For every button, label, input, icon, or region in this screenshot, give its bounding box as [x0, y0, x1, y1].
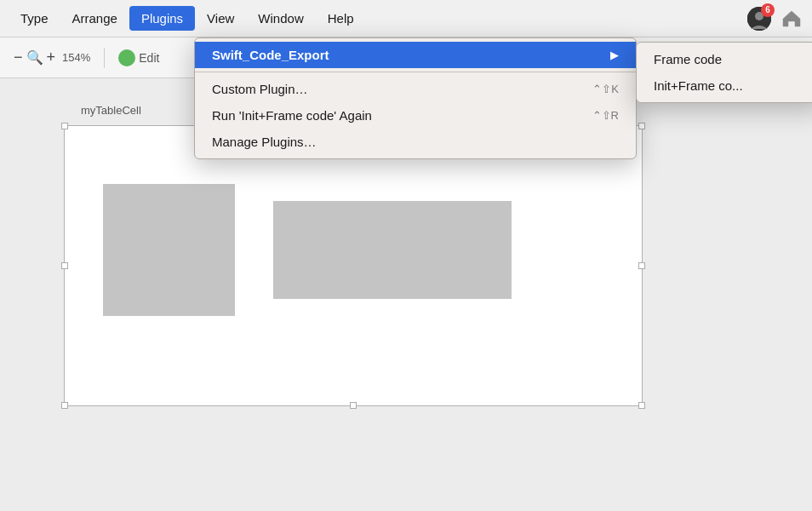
layer-label: myTableCell [81, 104, 141, 117]
menu-bar: Type Arrange Plugins View Window Help 6 [0, 0, 812, 37]
swift-label: Swift_Code_Export [212, 48, 329, 62]
inner-rect-left [103, 184, 235, 316]
custom-plugin-label: Custom Plugin… [212, 82, 308, 96]
menu-type[interactable]: Type [9, 6, 60, 31]
menu-item-swift[interactable]: Swift_Code_Export ▶ Frame code Init+Fram… [195, 42, 636, 68]
zoom-plus-button[interactable]: + [47, 49, 56, 66]
menubar-right: 6 [747, 7, 803, 31]
submenu-frame-code[interactable]: Frame code [637, 46, 812, 72]
inner-rect-right [273, 201, 512, 299]
home-icon[interactable] [780, 7, 803, 31]
toolbar-divider [104, 48, 105, 68]
avatar[interactable]: 6 [747, 7, 771, 31]
menu-arrange[interactable]: Arrange [60, 6, 129, 31]
menu-help[interactable]: Help [316, 6, 366, 31]
swift-submenu: Frame code Init+Frame co... [636, 42, 812, 103]
menu-item-run-again[interactable]: Run 'Init+Frame code' Again ⌃⇧R [195, 102, 636, 129]
handle-bottom-middle [350, 402, 357, 409]
submenu-init-frame[interactable]: Init+Frame co... [637, 72, 812, 99]
menu-item-manage-plugins[interactable]: Manage Plugins… [195, 129, 636, 155]
menu-window[interactable]: Window [246, 6, 315, 31]
handle-bottom-left [61, 402, 68, 409]
artboard[interactable] [64, 125, 643, 406]
notification-badge: 6 [761, 3, 775, 17]
handle-middle-left [61, 262, 68, 269]
custom-plugin-shortcut: ⌃⇧K [592, 83, 619, 95]
zoom-controls: − 🔍 + [14, 49, 55, 66]
zoom-minus-button[interactable]: − [14, 49, 23, 66]
edit-label[interactable]: Edit [139, 51, 159, 65]
shape-icon [118, 49, 135, 66]
menu-item-custom-plugin[interactable]: Custom Plugin… ⌃⇧K [195, 76, 636, 102]
plugins-dropdown: Swift_Code_Export ▶ Frame code Init+Fram… [194, 37, 637, 159]
menu-plugins[interactable]: Plugins [129, 6, 195, 31]
handle-top-right [638, 123, 645, 129]
handle-top-left [61, 123, 68, 129]
zoom-icon: 🔍 [26, 49, 43, 66]
run-again-shortcut: ⌃⇧R [592, 109, 619, 122]
handle-bottom-right [638, 402, 645, 409]
zoom-percent: 154% [62, 51, 90, 64]
handle-middle-right [638, 262, 645, 269]
menu-separator [195, 72, 636, 72]
submenu-arrow: ▶ [610, 49, 619, 61]
run-again-label: Run 'Init+Frame code' Again [212, 108, 372, 123]
menu-view[interactable]: View [195, 6, 246, 31]
manage-plugins-label: Manage Plugins… [212, 135, 317, 149]
shape-tool: Edit [118, 49, 159, 66]
